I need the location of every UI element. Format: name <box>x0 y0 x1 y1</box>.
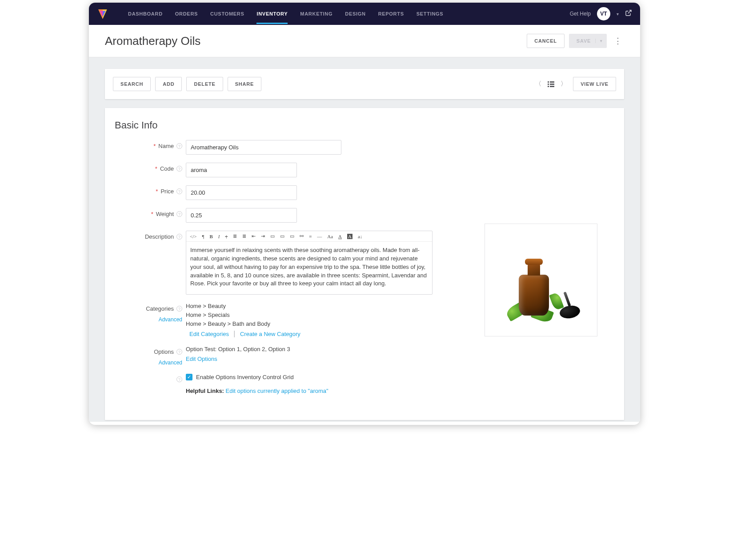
create-category-link[interactable]: Create a New Category <box>240 331 300 337</box>
description-body[interactable]: Immerse yourself in relaxing scents with… <box>186 242 432 294</box>
options-summary: Option Test: Option 1, Option 2, Option … <box>186 346 466 352</box>
rte-indent-icon[interactable]: ⇥ <box>261 233 265 239</box>
categories-advanced-link[interactable]: Advanced <box>159 316 182 323</box>
edit-categories-link[interactable]: Edit Categories <box>189 331 229 337</box>
description-editor[interactable]: </> ¶ B I † ≣ ≣ ⇤ ⇥ ▭ ▭ ▭ ⚯ ≡ — <box>186 231 433 295</box>
required-marker: * <box>153 143 156 149</box>
name-label: Name <box>158 143 174 149</box>
save-dropdown-chevron-icon[interactable]: ▾ <box>595 39 603 43</box>
nav-dashboard[interactable]: DASHBOARD <box>122 4 169 24</box>
nav-right: Get Help VT ▾ <box>570 7 632 20</box>
product-image[interactable] <box>485 224 597 336</box>
add-button[interactable]: ADD <box>155 77 182 91</box>
get-help-link[interactable]: Get Help <box>570 11 591 17</box>
next-record-icon[interactable]: 〉 <box>561 80 567 88</box>
nav-marketing[interactable]: MARKETING <box>294 4 339 24</box>
account-chevron-icon[interactable]: ▾ <box>617 12 619 16</box>
more-menu-icon[interactable]: ⋮ <box>611 36 624 46</box>
help-icon[interactable]: ? <box>176 349 182 355</box>
category-path: Home > Specials <box>186 312 466 318</box>
categories-label: Categories <box>146 305 174 312</box>
view-live-button[interactable]: VIEW LIVE <box>573 77 616 91</box>
help-icon[interactable]: ? <box>176 143 182 149</box>
open-external-icon[interactable] <box>625 9 632 18</box>
rte-toolbar: </> ¶ B I † ≣ ≣ ⇤ ⇥ ▭ ▭ ▭ ⚯ ≡ — <box>186 231 432 242</box>
rte-ol-icon[interactable]: ≣ <box>242 233 246 239</box>
rte-italic-icon[interactable]: I <box>218 234 220 239</box>
rte-clear-icon[interactable]: a↓ <box>358 234 362 239</box>
description-label: Description <box>145 233 174 240</box>
help-icon[interactable]: ? <box>176 211 182 217</box>
rte-hr-icon[interactable]: — <box>317 234 322 239</box>
price-label: Price <box>160 188 174 195</box>
toolbar: SEARCH ADD DELETE SHARE 〈 〉 VIEW LIVE <box>105 69 624 99</box>
product-image-illustration <box>505 240 577 320</box>
cancel-button[interactable]: CANCEL <box>527 34 565 48</box>
save-label: SAVE <box>577 38 591 44</box>
code-input[interactable] <box>186 163 297 177</box>
list-view-icon[interactable] <box>548 81 554 87</box>
nav-inventory[interactable]: INVENTORY <box>250 4 294 24</box>
rte-link-icon[interactable]: ⚯ <box>300 233 304 239</box>
code-label: Code <box>160 165 174 172</box>
help-icon[interactable]: ? <box>176 306 182 312</box>
page-header: Aromatherapy Oils CANCEL SAVE ▾ ⋮ <box>89 25 640 57</box>
edit-options-link[interactable]: Edit Options <box>186 356 217 362</box>
required-marker: * <box>155 165 157 172</box>
nav-reports[interactable]: REPORTS <box>372 4 410 24</box>
app-logo <box>97 8 108 20</box>
separator: | <box>233 330 235 337</box>
helpful-edit-options-link[interactable]: Edit options currently applied to "aroma… <box>226 388 328 394</box>
nav-orders[interactable]: ORDERS <box>169 4 204 24</box>
rte-textsize-icon[interactable]: Aa <box>327 234 333 239</box>
rte-image-icon[interactable]: ▭ <box>270 233 275 239</box>
rte-textcolor-icon[interactable]: A <box>338 234 342 239</box>
weight-label: Weight <box>156 211 174 217</box>
options-label: Options <box>154 348 174 355</box>
nav-design[interactable]: DESIGN <box>339 4 372 24</box>
avatar[interactable]: VT <box>597 7 610 20</box>
weight-input[interactable] <box>186 208 297 223</box>
category-path: Home > Beauty > Bath and Body <box>186 320 466 327</box>
rte-video-icon[interactable]: ▭ <box>280 233 284 239</box>
options-advanced-link[interactable]: Advanced <box>159 360 182 366</box>
basic-info-card: Basic Info * Name ? * Code ? <box>105 108 624 420</box>
nav-items: DASHBOARD ORDERS CUSTOMERS INVENTORY MAR… <box>122 4 449 24</box>
rte-bold-icon[interactable]: B <box>209 234 212 239</box>
rte-ul-icon[interactable]: ≣ <box>233 233 237 239</box>
rte-source-icon[interactable]: </> <box>190 234 196 239</box>
rte-embed-icon[interactable]: ▭ <box>290 233 294 239</box>
price-input[interactable] <box>186 185 297 200</box>
help-icon[interactable]: ? <box>176 188 182 194</box>
help-icon[interactable]: ? <box>176 376 182 382</box>
options-inventory-checkbox[interactable]: ✓ <box>186 374 192 380</box>
page-title: Aromatherapy Oils <box>105 34 200 48</box>
options-inventory-label: Enable Options Inventory Control Grid <box>196 374 294 380</box>
nav-customers[interactable]: CUSTOMERS <box>204 4 250 24</box>
save-button[interactable]: SAVE ▾ <box>569 34 607 48</box>
prev-record-icon[interactable]: 〈 <box>535 80 541 88</box>
delete-button[interactable]: DELETE <box>186 77 223 91</box>
nav-settings[interactable]: SETTINGS <box>410 4 450 24</box>
required-marker: * <box>151 211 153 217</box>
rte-paragraph-icon[interactable]: ¶ <box>202 234 204 239</box>
rte-strike-icon[interactable]: † <box>225 234 228 239</box>
section-title: Basic Info <box>115 120 614 131</box>
search-button[interactable]: SEARCH <box>113 77 151 91</box>
help-icon[interactable]: ? <box>176 166 182 172</box>
top-nav: DASHBOARD ORDERS CUSTOMERS INVENTORY MAR… <box>89 3 640 25</box>
rte-bgcolor-icon[interactable]: A <box>347 234 352 239</box>
category-path: Home > Beauty <box>186 303 466 309</box>
helpful-links-prefix: Helpful Links: <box>186 388 224 394</box>
rte-align-icon[interactable]: ≡ <box>309 234 312 239</box>
help-icon[interactable]: ? <box>176 234 182 240</box>
rte-outdent-icon[interactable]: ⇤ <box>252 233 256 239</box>
share-button[interactable]: SHARE <box>228 77 262 91</box>
required-marker: * <box>156 188 158 195</box>
name-input[interactable] <box>186 140 341 155</box>
workarea: SEARCH ADD DELETE SHARE 〈 〉 VIEW LIVE Ba… <box>89 57 640 422</box>
